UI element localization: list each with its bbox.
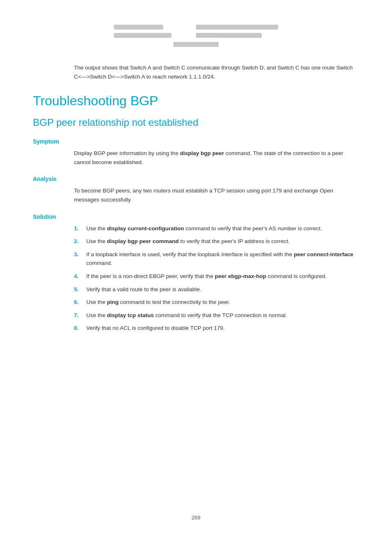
list-text: Use the display bgp peer command to veri… — [86, 237, 359, 246]
list-item: 3.If a loopback interface is used, verif… — [74, 250, 359, 268]
solution-list: 1.Use the display current-configuration … — [33, 224, 359, 333]
solution-label: Solution — [33, 213, 359, 220]
analysis-label: Analysis — [33, 176, 359, 182]
list-number: 5. — [74, 285, 81, 294]
symptom-text: Display BGP peer information by using th… — [74, 149, 359, 167]
gray-bar — [196, 25, 278, 30]
list-item: 1.Use the display current-configuration … — [74, 224, 359, 233]
page-number: 269 — [0, 514, 392, 521]
image-block-right — [196, 25, 278, 38]
list-bold: peer ebgp-max-hop — [215, 273, 266, 279]
list-number: 3. — [74, 250, 81, 259]
symptom-body: Display BGP peer information by using th… — [33, 149, 359, 167]
image-row-1 — [114, 25, 278, 38]
analysis-body: To become BGP peers, any two routers mus… — [33, 186, 359, 204]
list-number: 4. — [74, 272, 81, 281]
list-text: Verify that a valid route to the peer is… — [86, 285, 359, 294]
list-number: 1. — [74, 224, 81, 233]
gray-bar — [114, 33, 171, 38]
list-text: Use the display current-configuration co… — [86, 224, 359, 233]
gray-bar — [114, 25, 163, 30]
image-area — [33, 16, 359, 51]
list-bold: peer connect-interface — [294, 251, 353, 257]
list-text: If the peer is a non-direct EBGP peer, v… — [86, 272, 359, 281]
gray-bar — [196, 33, 262, 38]
image-block-left — [114, 25, 171, 38]
subsection-title: BGP peer relationship not established — [33, 117, 359, 128]
list-text: Use the ping command to test the connect… — [86, 298, 359, 307]
list-item: 7.Use the display tcp status command to … — [74, 311, 359, 320]
list-number: 7. — [74, 311, 81, 320]
list-item: 5.Verify that a valid route to the peer … — [74, 285, 359, 294]
list-bold: display current-configuration — [107, 225, 184, 232]
symptom-bold: display bgp peer — [180, 150, 224, 156]
list-item: 4.If the peer is a non-direct EBGP peer,… — [74, 272, 359, 281]
list-number: 6. — [74, 298, 81, 307]
list-text: Use the display tcp status command to ve… — [86, 311, 359, 320]
list-item: 2.Use the display bgp peer command to ve… — [74, 237, 359, 246]
gray-bar — [173, 42, 219, 47]
solution-ordered-list: 1.Use the display current-configuration … — [74, 224, 359, 333]
list-number: 2. — [74, 237, 81, 246]
intro-text: The output shows that Switch A and Switc… — [33, 63, 359, 81]
analysis-text: To become BGP peers, any two routers mus… — [74, 186, 359, 204]
list-bold: display tcp status — [107, 312, 154, 318]
list-item: 8.Verify that no ACL is configured to di… — [74, 324, 359, 333]
page-container: The output shows that Switch A and Switc… — [0, 0, 392, 533]
list-text: If a loopback interface is used, verify … — [86, 250, 359, 268]
symptom-label: Symptom — [33, 138, 359, 145]
list-bold: display bgp peer command — [107, 238, 179, 244]
main-title: Troubleshooting BGP — [33, 93, 359, 109]
image-block-bottom — [173, 42, 219, 47]
list-number: 8. — [74, 324, 81, 333]
image-row-2 — [173, 42, 219, 47]
symptom-prefix: Display BGP peer information by using th… — [74, 150, 180, 156]
list-bold: ping — [107, 299, 119, 305]
list-item: 6.Use the ping command to test the conne… — [74, 298, 359, 307]
list-text: Verify that no ACL is configured to disa… — [86, 324, 359, 333]
